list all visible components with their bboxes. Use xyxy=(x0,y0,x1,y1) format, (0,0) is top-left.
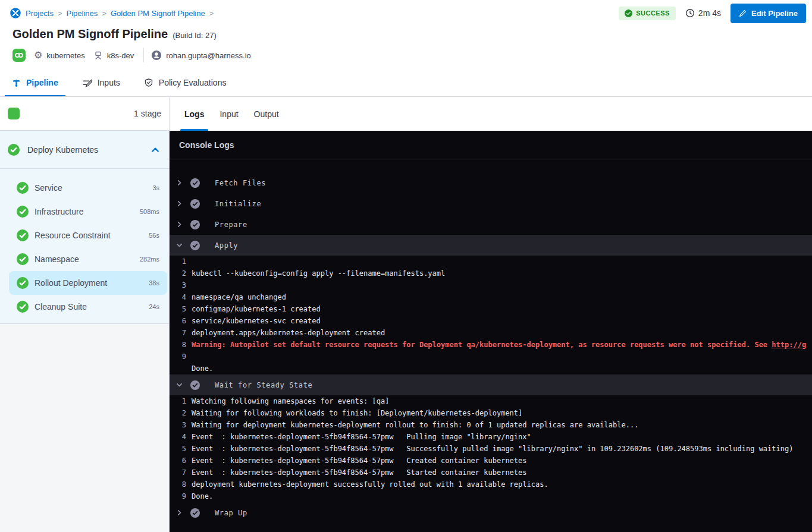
line-text: Watching following namespaces for events… xyxy=(192,397,389,405)
line-number: 6 xyxy=(179,317,186,325)
user-icon xyxy=(151,50,162,61)
breadcrumb-link[interactable]: Projects xyxy=(26,9,54,18)
tab-label: Pipeline xyxy=(26,78,58,87)
chevron-right-icon[interactable] xyxy=(176,221,183,228)
meta-divider xyxy=(143,48,144,62)
line-number: 1 xyxy=(179,397,186,405)
check-circle-icon xyxy=(190,178,200,188)
inputs-icon xyxy=(82,78,92,88)
log-line: 8Warning: Autopilot set default resource… xyxy=(170,339,812,351)
check-circle-icon xyxy=(190,380,200,390)
log-section-wrap-up[interactable]: Wrap Up xyxy=(170,502,812,523)
line-text: kubectl --kubeconfig=config apply --file… xyxy=(192,269,445,278)
log-section-fetch-files[interactable]: Fetch Files xyxy=(170,172,812,193)
log-line: 2Waiting for following workloads to fini… xyxy=(170,407,812,419)
pipeline-duration: 2m 4s xyxy=(685,8,721,18)
line-number: 7 xyxy=(179,468,186,477)
log-line: 4namespace/qa unchanged xyxy=(170,291,812,303)
breadcrumb-separator: > xyxy=(58,9,62,18)
log-section-body: 1Watching following namespaces for event… xyxy=(170,395,812,502)
breadcrumb-link[interactable]: Golden PM Signoff Pipeline xyxy=(111,9,205,18)
line-text: configmap/kubernetes-1 created xyxy=(192,305,321,313)
main-tab-bar: PipelineInputsPolicy Evaluations xyxy=(0,70,812,97)
check-circle-icon xyxy=(17,182,29,194)
duration-value: 2m 4s xyxy=(698,8,721,18)
app-root: Projects>Pipelines>Golden PM Signoff Pip… xyxy=(0,0,812,532)
chevron-right-icon[interactable] xyxy=(176,180,183,186)
edit-pipeline-label: Edit Pipeline xyxy=(751,9,798,18)
step-list: Service3sInfrastructure508msResource Con… xyxy=(0,169,169,319)
step-namespace[interactable]: Namespace282ms xyxy=(9,247,167,271)
line-text: Event : kubernetes-deployment-5fb94f8564… xyxy=(192,468,527,477)
tab-inputs[interactable]: Inputs xyxy=(75,70,127,96)
stage-header[interactable]: Deploy Kubernetes xyxy=(0,131,169,169)
stage-panel: Deploy Kubernetes Service3sInfrastructur… xyxy=(0,131,169,324)
step-duration: 24s xyxy=(149,303,159,310)
log-section-title: Apply xyxy=(215,241,238,250)
log-section-wait-for-steady-state[interactable]: Wait for Steady State xyxy=(170,374,812,395)
step-duration: 38s xyxy=(149,279,159,287)
stage-sidebar: 1 stage Deploy Kubernetes Service3sInfra… xyxy=(0,97,170,532)
meta-label: kubernetes xyxy=(46,51,84,60)
step-service[interactable]: Service3s xyxy=(9,176,167,200)
edit-pipeline-button[interactable]: Edit Pipeline xyxy=(731,4,806,23)
breadcrumb-link[interactable]: Pipelines xyxy=(67,9,98,18)
line-text: deployment kubernetes-deployment success… xyxy=(192,480,548,489)
line-text: Event : kubernetes-deployment-5fb94f8564… xyxy=(192,445,793,453)
log-line: 5configmap/kubernetes-1 created xyxy=(170,303,812,315)
log-tab-input[interactable]: Input xyxy=(220,97,238,131)
chevron-right-icon[interactable] xyxy=(176,509,183,516)
log-tab-logs[interactable]: Logs xyxy=(184,97,204,131)
line-number: 2 xyxy=(179,409,186,417)
chevron-right-icon[interactable] xyxy=(176,200,183,207)
harness-logo-icon[interactable] xyxy=(10,7,21,19)
line-text: Warning: Autopilot set default resource … xyxy=(192,341,806,349)
log-line: 9 xyxy=(170,351,812,363)
tab-pipeline[interactable]: Pipeline xyxy=(5,70,65,96)
clock-icon xyxy=(685,8,695,18)
log-line: 9Done. xyxy=(170,490,812,502)
chevron-down-icon[interactable] xyxy=(176,382,183,388)
meta-row: ⚙kubernetesk8s-devrohan.gupta@harness.io xyxy=(10,48,807,70)
log-section-title: Initialize xyxy=(215,200,261,208)
step-rollout-deployment[interactable]: Rollout Deployment38s xyxy=(9,271,167,295)
step-cleanup-suite[interactable]: Cleanup Suite24s xyxy=(9,295,167,319)
log-section-prepare[interactable]: Prepare xyxy=(170,214,812,235)
line-number: 3 xyxy=(179,421,186,429)
step-infrastructure[interactable]: Infrastructure508ms xyxy=(9,200,167,223)
check-circle-icon xyxy=(17,229,29,241)
log-tab-output[interactable]: Output xyxy=(254,97,279,131)
line-number: 5 xyxy=(179,445,186,453)
pencil-icon xyxy=(739,10,747,17)
step-resource-constraint[interactable]: Resource Constraint56s xyxy=(9,223,167,247)
meta-item-rohan-gupta-harness-io: rohan.gupta@harness.io xyxy=(151,50,251,61)
title-row: Golden PM Signoff Pipeline (Build Id: 27… xyxy=(10,27,807,41)
console-header: Console Logs xyxy=(170,131,812,159)
log-line: 8deployment kubernetes-deployment succes… xyxy=(170,479,812,490)
line-text: deployment.apps/kubernetes-deployment cr… xyxy=(192,329,385,337)
log-section-apply[interactable]: Apply xyxy=(170,235,812,256)
step-duration: 508ms xyxy=(140,208,159,215)
tab-policy-evaluations[interactable]: Policy Evaluations xyxy=(137,70,234,96)
log-link[interactable]: http://g xyxy=(772,341,806,349)
line-text: Event : kubernetes-deployment-5fb94f8564… xyxy=(192,433,531,441)
line-number: 8 xyxy=(179,480,186,489)
log-line: 5Event : kubernetes-deployment-5fb94f856… xyxy=(170,443,812,455)
status-badge: SUCCESS xyxy=(619,7,676,20)
stage-count-label: 1 stage xyxy=(134,109,161,118)
log-section-initialize[interactable]: Initialize xyxy=(170,193,812,214)
log-line: 6Event : kubernetes-deployment-5fb94f856… xyxy=(170,455,812,467)
step-name: Infrastructure xyxy=(35,207,140,216)
log-section-title: Wrap Up xyxy=(215,509,247,517)
breadcrumb-items: Projects>Pipelines>Golden PM Signoff Pip… xyxy=(26,9,214,18)
step-duration: 56s xyxy=(149,232,159,239)
line-number: 3 xyxy=(179,281,186,289)
chevron-down-icon[interactable] xyxy=(176,242,183,248)
log-line: 3Waiting for deployment kubernetes-deplo… xyxy=(170,419,812,431)
chevron-up-icon[interactable] xyxy=(151,146,159,154)
log-line: 4Event : kubernetes-deployment-5fb94f856… xyxy=(170,431,812,443)
breadcrumb: Projects>Pipelines>Golden PM Signoff Pip… xyxy=(10,7,214,19)
line-number: 2 xyxy=(179,269,186,278)
check-circle-icon xyxy=(190,508,200,518)
line-number: 4 xyxy=(179,293,186,301)
